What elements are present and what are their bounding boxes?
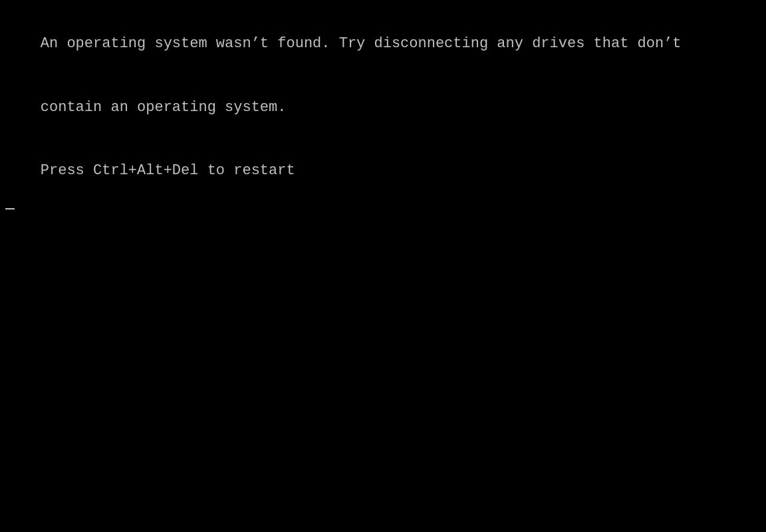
error-message: An operating system wasn’t found. Try di… [5, 12, 761, 203]
blinking-cursor [5, 208, 15, 209]
bios-error-screen: An operating system wasn’t found. Try di… [0, 0, 766, 532]
error-line-1: An operating system wasn’t found. Try di… [41, 35, 682, 52]
error-line-2: contain an operating system. [41, 99, 287, 116]
restart-instruction: Press Ctrl+Alt+Del to restart [41, 162, 295, 179]
cursor-line [5, 208, 761, 209]
